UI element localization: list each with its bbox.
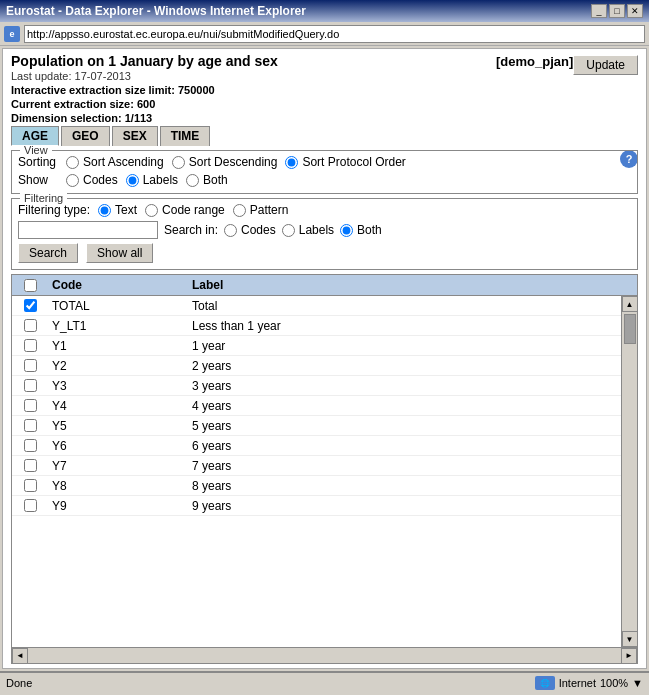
show-both-radio[interactable] — [186, 174, 199, 187]
row-code: Y5 — [48, 418, 188, 434]
tabs-container: AGE GEO SEX TIME — [3, 126, 646, 146]
sort-desc-radio[interactable] — [172, 156, 185, 169]
filter-pattern-radio[interactable] — [233, 204, 246, 217]
filter-section: Filtering Filtering type: Text Code rang… — [11, 198, 638, 270]
sort-asc-radio[interactable] — [66, 156, 79, 169]
filter-text-option[interactable]: Text — [98, 203, 137, 217]
table-row: Y5 5 years — [12, 416, 621, 436]
row-checkbox[interactable] — [24, 359, 37, 372]
scroll-up-arrow[interactable]: ▲ — [622, 296, 638, 312]
sort-asc-option[interactable]: Sort Ascending — [66, 155, 164, 169]
page-title: Population on 1 January by age and sex — [11, 53, 278, 69]
row-check-cell[interactable] — [12, 319, 48, 332]
show-codes-label: Codes — [83, 173, 118, 187]
row-check-cell[interactable] — [12, 299, 48, 312]
vertical-scrollbar[interactable]: ▲ ▼ — [621, 296, 637, 647]
show-both-option[interactable]: Both — [186, 173, 228, 187]
search-labels-option[interactable]: Labels — [282, 223, 334, 237]
scroll-right-arrow[interactable]: ► — [621, 648, 637, 664]
extraction-limit-row: Interactive extraction size limit: 75000… — [11, 84, 573, 96]
browser-icon: e — [4, 26, 20, 42]
close-button[interactable]: ✕ — [627, 4, 643, 18]
row-check-cell[interactable] — [12, 399, 48, 412]
page-header: Population on 1 January by age and sex [… — [3, 49, 646, 124]
show-codes-option[interactable]: Codes — [66, 173, 118, 187]
maximize-button[interactable]: □ — [609, 4, 625, 18]
search-button[interactable]: Search — [18, 243, 78, 263]
search-codes-option[interactable]: Codes — [224, 223, 276, 237]
window-controls[interactable]: _ □ ✕ — [591, 4, 643, 18]
zoom-arrow: ▼ — [632, 677, 643, 689]
row-checkbox[interactable] — [24, 459, 37, 472]
row-code: Y1 — [48, 338, 188, 354]
status-text: Done — [6, 677, 32, 689]
search-both-radio[interactable] — [340, 224, 353, 237]
filter-type-label: Filtering type: — [18, 203, 90, 217]
row-checkbox[interactable] — [24, 319, 37, 332]
row-check-cell[interactable] — [12, 339, 48, 352]
row-check-cell[interactable] — [12, 419, 48, 432]
search-input[interactable] — [18, 221, 158, 239]
sort-protocol-radio[interactable] — [285, 156, 298, 169]
zone-label: Internet — [559, 677, 596, 689]
row-check-cell[interactable] — [12, 379, 48, 392]
extraction-limit-value: 750000 — [178, 84, 215, 96]
filter-pattern-label: Pattern — [250, 203, 289, 217]
row-check-cell[interactable] — [12, 459, 48, 472]
filter-coderange-radio[interactable] — [145, 204, 158, 217]
show-all-button[interactable]: Show all — [86, 243, 153, 263]
table-row: Y4 4 years — [12, 396, 621, 416]
scroll-down-arrow[interactable]: ▼ — [622, 631, 638, 647]
title-bar: Eurostat - Data Explorer - Windows Inter… — [0, 0, 649, 22]
horizontal-scrollbar[interactable]: ◄ ► — [12, 647, 637, 663]
search-codes-label: Codes — [241, 223, 276, 237]
show-both-label: Both — [203, 173, 228, 187]
select-all-checkbox[interactable] — [24, 279, 37, 292]
table-row: Y2 2 years — [12, 356, 621, 376]
search-labels-radio[interactable] — [282, 224, 295, 237]
row-label: 5 years — [188, 418, 621, 434]
row-checkbox[interactable] — [24, 339, 37, 352]
show-codes-radio[interactable] — [66, 174, 79, 187]
header-info: Population on 1 January by age and sex [… — [11, 53, 573, 124]
row-check-cell[interactable] — [12, 479, 48, 492]
row-checkbox[interactable] — [24, 499, 37, 512]
scroll-thumb[interactable] — [624, 314, 636, 344]
row-check-cell[interactable] — [12, 359, 48, 372]
row-checkbox[interactable] — [24, 439, 37, 452]
show-labels-radio[interactable] — [126, 174, 139, 187]
tab-geo[interactable]: GEO — [61, 126, 110, 146]
sort-protocol-option[interactable]: Sort Protocol Order — [285, 155, 405, 169]
tab-time[interactable]: TIME — [160, 126, 211, 146]
row-checkbox[interactable] — [24, 479, 37, 492]
dimension-label: Dimension selection: — [11, 112, 122, 124]
search-codes-radio[interactable] — [224, 224, 237, 237]
row-label: 7 years — [188, 458, 621, 474]
scroll-left-arrow[interactable]: ◄ — [12, 648, 28, 664]
filter-legend: Filtering — [20, 192, 67, 204]
row-checkbox[interactable] — [24, 399, 37, 412]
minimize-button[interactable]: _ — [591, 4, 607, 18]
row-label: Less than 1 year — [188, 318, 621, 334]
row-checkbox[interactable] — [24, 379, 37, 392]
update-button[interactable]: Update — [573, 55, 638, 75]
filter-type-row: Filtering type: Text Code range Pattern — [18, 201, 631, 219]
filter-pattern-option[interactable]: Pattern — [233, 203, 289, 217]
row-check-cell[interactable] — [12, 439, 48, 452]
select-all-cell[interactable] — [12, 277, 48, 293]
row-check-cell[interactable] — [12, 499, 48, 512]
filter-text-radio[interactable] — [98, 204, 111, 217]
sort-desc-option[interactable]: Sort Descending — [172, 155, 278, 169]
search-both-option[interactable]: Both — [340, 223, 382, 237]
sort-desc-label: Sort Descending — [189, 155, 278, 169]
row-checkbox[interactable] — [24, 419, 37, 432]
row-code: Y6 — [48, 438, 188, 454]
row-checkbox[interactable] — [24, 299, 37, 312]
filter-coderange-option[interactable]: Code range — [145, 203, 225, 217]
tab-sex[interactable]: SEX — [112, 126, 158, 146]
address-input[interactable] — [24, 25, 645, 43]
show-labels-label: Labels — [143, 173, 178, 187]
show-labels-option[interactable]: Labels — [126, 173, 178, 187]
tab-age[interactable]: AGE — [11, 126, 59, 146]
dimension-row: Dimension selection: 1/113 — [11, 112, 573, 124]
